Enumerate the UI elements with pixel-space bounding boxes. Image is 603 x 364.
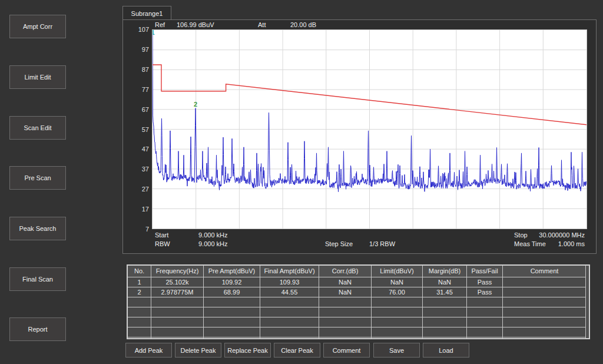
table-cell: [503, 287, 586, 297]
table-cell: Pass: [467, 287, 502, 297]
y-tick-label: 107: [131, 26, 149, 33]
comment-button[interactable]: Comment: [323, 343, 370, 358]
table-cell: NaN: [423, 277, 466, 287]
limit-edit-button[interactable]: Limit Edit: [9, 65, 66, 89]
plot-grid: [153, 30, 587, 229]
table-cell: [128, 307, 151, 317]
table-row[interactable]: [128, 307, 589, 317]
table-cell: [372, 327, 422, 337]
table-cell: [204, 337, 260, 339]
table-row[interactable]: [128, 297, 589, 307]
y-tick-label: 97: [131, 46, 149, 53]
peak-table: No.Frequency(Hz)Pre Ampt(dBuV)Final Ampt…: [127, 264, 590, 339]
table-cell: [372, 307, 422, 317]
table-header-cell: Limit(dBuV): [372, 266, 422, 277]
tab-subrange1[interactable]: Subrange1: [122, 6, 171, 20]
table-cell: [128, 297, 151, 307]
table-cell: [423, 307, 466, 317]
delete-peak-button[interactable]: Delete Peak: [175, 343, 221, 358]
table-cell: [503, 277, 586, 287]
table-cell: [151, 307, 203, 317]
peak-table-body: 125.102k109.92109.93NaNNaNNaNPass22.9787…: [128, 277, 589, 339]
step-size-value: 1/3 RBW: [369, 240, 395, 247]
table-cell: [128, 337, 151, 339]
replace-peak-button[interactable]: Replace Peak: [224, 343, 271, 358]
start-label: Start: [155, 231, 168, 239]
table-cell: [151, 297, 203, 307]
table-cell: [204, 307, 260, 317]
table-header-cell: Margin(dB): [423, 266, 466, 277]
table-cell: [260, 337, 319, 339]
table-cell: [423, 327, 466, 337]
table-cell: [319, 337, 371, 339]
clear-peak-button[interactable]: Clear Peak: [274, 343, 320, 358]
table-header-cell: No.: [128, 266, 151, 277]
table-cell: [467, 327, 502, 337]
report-button[interactable]: Report: [9, 317, 66, 341]
table-cell: [319, 307, 371, 317]
final-scan-button[interactable]: Final Scan: [9, 267, 66, 291]
table-cell: 1: [128, 277, 151, 287]
table-cell: [128, 317, 151, 327]
table-header-cell: Pre Ampt(dBuV): [204, 266, 260, 277]
table-cell: 25.102k: [151, 277, 203, 287]
table-header-cell: Corr.(dB): [319, 266, 371, 277]
marker-2: 2: [194, 101, 197, 108]
scan-edit-button[interactable]: Scan Edit: [9, 116, 66, 140]
table-row[interactable]: [128, 317, 589, 327]
table-cell: [151, 337, 203, 339]
table-cell: 68.99: [204, 287, 260, 297]
table-cell: [503, 307, 586, 317]
table-cell: [503, 337, 586, 339]
table-cell: [319, 317, 371, 327]
table-scrollbar[interactable]: [585, 266, 589, 338]
table-row[interactable]: 22.978775M68.9944.55NaN76.0031.45Pass: [128, 287, 589, 297]
stop-value: 30.000000 MHz: [502, 231, 585, 239]
table-cell: [467, 307, 502, 317]
table-cell: [151, 327, 203, 337]
table-cell: 109.93: [260, 277, 319, 287]
marker-1: 1: [153, 30, 155, 36]
y-tick-label: 37: [131, 166, 149, 173]
table-header-cell: Pass/Fail: [467, 266, 502, 277]
table-row[interactable]: [128, 337, 589, 339]
table-cell: [204, 317, 260, 327]
rbw-value: 9.000 kHz: [198, 240, 228, 247]
table-cell: 44.55: [260, 287, 319, 297]
save-button[interactable]: Save: [373, 343, 420, 358]
table-cell: [128, 327, 151, 337]
table-cell: [423, 337, 466, 339]
table-cell: 31.45: [423, 287, 466, 297]
pre-scan-button[interactable]: Pre Scan: [9, 166, 66, 190]
ampt-corr-button[interactable]: Ampt Corr: [9, 15, 66, 38]
table-cell: [467, 297, 502, 307]
ref-value: 106.99 dBuV: [177, 21, 214, 28]
table-row[interactable]: 125.102k109.92109.93NaNNaNNaNPass: [128, 277, 589, 287]
table-cell: NaN: [372, 277, 422, 287]
table-cell: [423, 297, 466, 307]
table-cell: [467, 317, 502, 327]
att-value: 20.00 dB: [290, 21, 316, 28]
table-cell: [503, 317, 586, 327]
step-size-label: Step Size: [325, 240, 353, 247]
table-cell: [204, 297, 260, 307]
spectrum-plot: 12: [152, 29, 587, 229]
table-cell: [423, 317, 466, 327]
table-cell: 109.92: [204, 277, 260, 287]
table-cell: Pass: [467, 277, 502, 287]
meas-time-value: 1.000 ms: [502, 240, 585, 247]
add-peak-button[interactable]: Add Peak: [125, 343, 172, 358]
table-cell: [151, 317, 203, 327]
load-button[interactable]: Load: [423, 343, 469, 358]
table-cell: 76.00: [372, 287, 422, 297]
peak-search-button[interactable]: Peak Search: [9, 217, 66, 240]
table-cell: NaN: [319, 287, 371, 297]
table-cell: 2: [128, 287, 151, 297]
att-label: Att: [258, 21, 266, 28]
table-row[interactable]: [128, 327, 589, 337]
start-value: 9.000 kHz: [198, 231, 228, 239]
table-header-cell: Comment: [503, 266, 586, 277]
table-header-cell: Frequency(Hz): [151, 266, 203, 277]
table-cell: [467, 337, 502, 339]
table-cell: [372, 337, 422, 339]
